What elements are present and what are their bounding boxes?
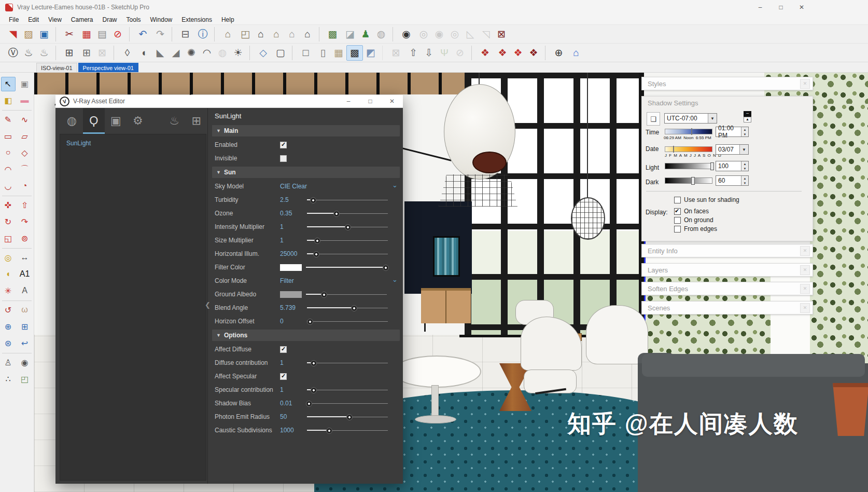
rectangle-tool[interactable]: ▭ [1, 129, 16, 144]
slider-knob[interactable] [314, 238, 320, 244]
slider-knob[interactable] [321, 292, 327, 298]
vray-dome-light-icon[interactable]: ◠ [199, 46, 215, 60]
close-button[interactable]: ✕ [791, 0, 812, 15]
panel-styles[interactable]: Styles ✕ [641, 77, 813, 90]
time-slider-handle[interactable] [691, 128, 692, 135]
section-display-icon[interactable]: ⊠ [382, 46, 405, 60]
menu-item[interactable]: Camera [66, 15, 98, 24]
select-tool[interactable]: ↖ [1, 77, 16, 91]
follow-me-tool[interactable]: ↷ [18, 215, 32, 229]
face-shaded-icon[interactable]: ▦ [331, 46, 346, 60]
light-spinner[interactable]: 100 ▲▼ [716, 161, 749, 171]
param-slider[interactable] [306, 264, 387, 271]
view-front-icon[interactable]: ⌂ [253, 27, 269, 42]
ground-albedo-slider[interactable]: ▼ Ground Albedo ⌄ [208, 288, 403, 301]
param-slider[interactable] [307, 196, 388, 203]
time-down-icon[interactable]: ▼ [741, 132, 748, 136]
slider-knob[interactable] [310, 197, 316, 203]
param-value[interactable]: 0.01 [280, 400, 307, 407]
rotated-rectangle-tool[interactable]: ▱ [18, 129, 32, 144]
horizon-offset-slider[interactable]: ▼ Horizon Offset 0 ⌄ [208, 315, 403, 328]
color-mode-dropdown[interactable]: ▼ Color Mode Filter ⌄ [208, 274, 403, 288]
param-slider[interactable] [307, 413, 388, 420]
vray-dialog-titlebar[interactable]: V V-Ray Asset Editor – □ ✕ [55, 95, 403, 108]
param-value[interactable]: Filter [280, 277, 307, 284]
param-slider[interactable] [307, 210, 388, 217]
checkbox-box[interactable] [674, 197, 681, 203]
on-faces-checkbox[interactable]: On faces [674, 208, 717, 215]
invisible-checkbox[interactable]: ▼ Invisible ⌄ [208, 152, 403, 165]
param-value[interactable]: 25000 [280, 250, 307, 257]
face-hidden-line-icon[interactable]: ▯ [315, 46, 331, 60]
section-sun[interactable]: ▼ Sun ⌄ [212, 167, 400, 178]
minimize-button[interactable]: – [750, 0, 771, 15]
dark-value[interactable]: 60 [716, 176, 741, 185]
param-slider[interactable] [307, 223, 388, 230]
face-wireframe-icon[interactable]: □ [292, 46, 315, 60]
camera-unlock-icon[interactable]: ◎ [447, 27, 463, 42]
circle-tool[interactable]: ○ [1, 146, 16, 160]
menu-item[interactable]: Edit [23, 15, 44, 24]
plugin-su-2-icon[interactable]: ❖ [495, 46, 510, 60]
model-info-icon[interactable]: ⓘ [195, 27, 211, 42]
date-slider-handle[interactable] [673, 146, 674, 153]
vray-asset-editor-icon[interactable]: Ⓥ [5, 46, 21, 60]
panel-close-icon[interactable]: ✕ [800, 265, 810, 275]
vray-spot-light-icon[interactable]: ◣ [152, 46, 168, 60]
panel-close-icon[interactable]: ✕ [800, 284, 810, 294]
vray-tab-frame-buffer[interactable]: ⊞ [186, 108, 208, 134]
eraser-tool[interactable]: ▬ [18, 93, 32, 108]
dropdown-arrow-icon[interactable]: ▼ [708, 114, 717, 123]
param-slider[interactable] [307, 427, 388, 434]
affect-specular-checkbox[interactable]: ▼ Affect Specular ⌄ [208, 370, 403, 383]
affect-diffuse-checkbox[interactable]: ▼ Affect Diffuse ⌄ [208, 343, 403, 356]
checkbox-box[interactable] [674, 217, 681, 224]
pie-tool[interactable]: ◔ [18, 179, 32, 194]
offset-tool[interactable]: ⊚ [18, 231, 32, 246]
plugin-su-4-icon[interactable]: ❖ [526, 46, 541, 60]
dark-slider-handle[interactable] [691, 177, 695, 185]
north-compass-icon[interactable]: ⊕ [545, 46, 568, 60]
toggle-shadows-button[interactable]: ❑ [647, 112, 660, 126]
menu-item[interactable]: Window [146, 15, 177, 24]
zoom-extents-tool[interactable]: ⊛ [1, 336, 16, 351]
face-back-edges-icon[interactable]: ▢ [273, 46, 288, 60]
vray-ies-light-icon[interactable]: ◢ [168, 46, 184, 60]
param-slider[interactable] [307, 400, 388, 407]
vray-sun-light-icon[interactable]: ☀ [230, 46, 246, 60]
panel-soften-edges[interactable]: Soften Edges ✕ [641, 282, 813, 295]
face-monochrome-icon[interactable]: ◩ [363, 46, 379, 60]
date-dropdown[interactable]: 03/07 ▼ [716, 144, 749, 155]
polygon-tool[interactable]: ◇ [18, 146, 32, 160]
param-value[interactable]: 0.35 [280, 210, 307, 217]
param-slider[interactable] [307, 318, 388, 325]
size-multiplier-slider[interactable]: ▼ Size Multiplier 1 ⌄ [208, 234, 403, 247]
color-swatch[interactable] [280, 291, 302, 298]
add-location-icon[interactable]: ▩ [319, 27, 342, 42]
slider-knob[interactable] [307, 319, 313, 325]
param-value[interactable]: 1000 [280, 427, 307, 434]
param-value[interactable]: 1 [280, 223, 307, 230]
make-component-tool[interactable]: ▣ [18, 77, 32, 91]
vray-minimize-button[interactable]: – [338, 98, 359, 105]
vray-render-interactive-icon[interactable]: ♨ [36, 46, 52, 60]
slider-knob[interactable] [346, 414, 353, 420]
pan-tool[interactable]: ω [18, 303, 32, 318]
dropdown-chevron-icon[interactable]: ⌄ [392, 276, 398, 283]
slider-knob[interactable] [345, 224, 351, 230]
dropdown-chevron-icon[interactable]: ⌄ [392, 181, 398, 189]
dimension-tool[interactable]: ↔ [18, 251, 32, 265]
param-value[interactable]: 2.5 [280, 196, 307, 203]
photon-emit-radius-slider[interactable]: ▼ Photon Emit Radius 50 ⌄ [208, 410, 403, 423]
filter-color-slider[interactable]: ▼ Filter Color ⌄ [208, 261, 403, 274]
section-plane-tool[interactable]: ◰ [18, 372, 32, 387]
checkbox-box[interactable] [674, 226, 681, 233]
photo-textures-icon[interactable]: ♟ [358, 27, 373, 42]
light-value[interactable]: 100 [716, 161, 741, 171]
face-shaded-textures-icon[interactable]: ▩ [346, 45, 363, 61]
param-slider[interactable] [307, 359, 388, 366]
vray-frame-buffer-icon[interactable]: ⊞ [55, 46, 79, 60]
light-slider-handle[interactable] [710, 162, 714, 170]
preview-earth-icon[interactable]: ◍ [373, 27, 389, 42]
slider-knob[interactable] [351, 305, 357, 311]
